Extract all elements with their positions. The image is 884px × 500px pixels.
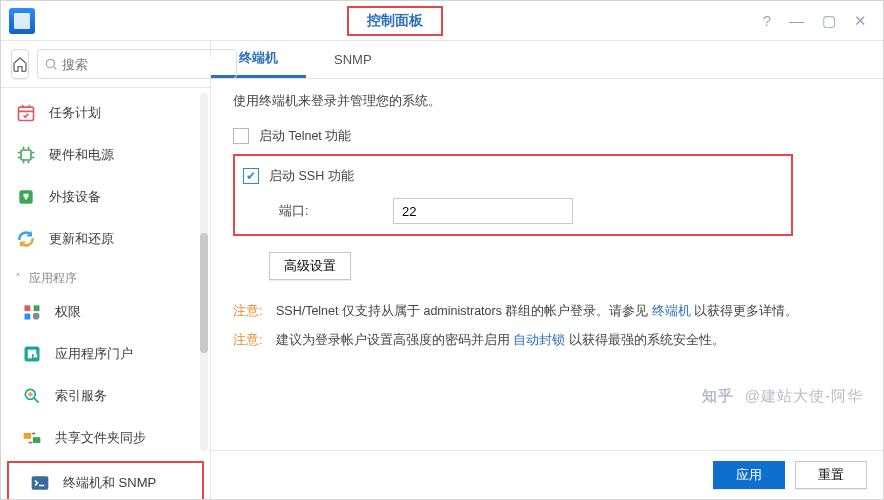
note-label: 注意: <box>233 304 262 318</box>
tab-content: 使用终端机来登录并管理您的系统。 启动 Telnet 功能 启动 SSH 功能 … <box>211 79 883 450</box>
note-1: 注意: SSH/Telnet 仅支持从属于 administrators 群组的… <box>233 300 863 323</box>
sidebar-list: 任务计划 硬件和电源 外接设备 更新和还原 ˄ 应用程序 <box>1 88 210 499</box>
sidebar-item-shared-folder-sync[interactable]: 共享文件夹同步 <box>1 417 210 459</box>
svg-rect-3 <box>21 150 31 160</box>
sidebar-item-hardware-power[interactable]: 硬件和电源 <box>1 134 210 176</box>
chip-icon <box>15 144 37 166</box>
app-icon <box>9 8 35 34</box>
ssh-group: 启动 SSH 功能 端口: <box>233 154 793 236</box>
sidebar: 任务计划 硬件和电源 外接设备 更新和还原 ˄ 应用程序 <box>1 41 211 499</box>
sidebar-scrollbar[interactable] <box>200 93 208 451</box>
note-text: 以获得最强的系统安全性。 <box>569 333 725 347</box>
home-icon <box>12 56 28 72</box>
sidebar-item-label: 外接设备 <box>49 188 101 206</box>
refresh-icon <box>15 228 37 250</box>
apply-button[interactable]: 应用 <box>713 461 785 489</box>
external-device-icon <box>15 186 37 208</box>
watermark: 知乎 @建站大使-阿华 <box>702 387 863 406</box>
sidebar-item-label: 更新和还原 <box>49 230 114 248</box>
calendar-check-icon <box>15 102 37 124</box>
sidebar-item-terminal-snmp[interactable]: 终端机和 SNMP <box>7 461 204 499</box>
telnet-row: 启动 Telnet 功能 <box>233 122 863 150</box>
footer: 应用 重置 <box>211 450 883 499</box>
sidebar-item-task-scheduler[interactable]: 任务计划 <box>1 92 210 134</box>
ssh-label: 启动 SSH 功能 <box>269 168 354 185</box>
sidebar-item-app-portal[interactable]: 应用程序门户 <box>1 333 210 375</box>
port-label: 端口: <box>279 203 379 220</box>
telnet-checkbox[interactable] <box>233 128 249 144</box>
titlebar: 控制面板 ? — ▢ ✕ <box>1 1 883 41</box>
sidebar-group-label: 应用程序 <box>29 270 77 287</box>
advanced-settings-button[interactable]: 高级设置 <box>269 252 351 280</box>
note-2: 注意: 建议为登录帐户设置高强度的密码并启用 自动封锁 以获得最强的系统安全性。 <box>233 329 863 352</box>
sidebar-item-label: 任务计划 <box>49 104 101 122</box>
note-label: 注意: <box>233 333 262 347</box>
note-text: SSH/Telnet 仅支持从属于 administrators 群组的帐户登录… <box>276 304 652 318</box>
tabs: 终端机 SNMP <box>211 41 883 79</box>
window-title: 控制面板 <box>347 6 443 36</box>
terminal-link[interactable]: 终端机 <box>652 304 691 318</box>
telnet-label: 启动 Telnet 功能 <box>259 128 351 145</box>
watermark-text: @建站大使-阿华 <box>745 387 863 404</box>
sidebar-item-label: 共享文件夹同步 <box>55 429 146 447</box>
port-row: 端口: <box>279 198 781 224</box>
maximize-icon[interactable]: ▢ <box>822 12 836 30</box>
portal-icon <box>21 343 43 365</box>
sidebar-item-indexing[interactable]: 索引服务 <box>1 375 210 417</box>
window-controls: ? — ▢ ✕ <box>747 12 883 30</box>
note-text: 建议为登录帐户设置高强度的密码并启用 <box>276 333 513 347</box>
sidebar-item-label: 应用程序门户 <box>55 345 133 363</box>
sidebar-item-label: 终端机和 SNMP <box>63 474 156 492</box>
chevron-up-icon: ˄ <box>15 272 21 286</box>
control-panel-window: 控制面板 ? — ▢ ✕ 任务计划 <box>0 0 884 500</box>
sidebar-item-update-restore[interactable]: 更新和还原 <box>1 218 210 260</box>
svg-point-8 <box>33 313 40 320</box>
terminal-icon <box>29 472 51 494</box>
main-panel: 终端机 SNMP 使用终端机来登录并管理您的系统。 启动 Telnet 功能 启… <box>211 41 883 499</box>
note-text: 以获得更多详情。 <box>694 304 798 318</box>
indexing-icon <box>21 385 43 407</box>
svg-line-11 <box>34 398 39 403</box>
sync-icon <box>21 427 43 449</box>
privileges-icon <box>21 301 43 323</box>
auto-block-link[interactable]: 自动封锁 <box>513 333 565 347</box>
sidebar-item-external-devices[interactable]: 外接设备 <box>1 176 210 218</box>
sidebar-item-label: 索引服务 <box>55 387 107 405</box>
svg-point-0 <box>46 59 54 67</box>
svg-rect-7 <box>25 314 31 320</box>
svg-rect-12 <box>24 433 32 439</box>
svg-rect-6 <box>34 305 40 311</box>
help-icon[interactable]: ? <box>763 12 771 29</box>
ssh-checkbox[interactable] <box>243 168 259 184</box>
scrollbar-thumb[interactable] <box>200 233 208 353</box>
svg-rect-2 <box>19 107 34 120</box>
search-icon <box>44 57 58 71</box>
sidebar-item-label: 权限 <box>55 303 81 321</box>
svg-line-1 <box>54 67 57 70</box>
svg-rect-5 <box>25 305 31 311</box>
watermark-brand: 知乎 <box>702 387 734 404</box>
search-field[interactable] <box>37 49 237 79</box>
ssh-row: 启动 SSH 功能 <box>243 162 781 190</box>
svg-rect-14 <box>32 476 49 489</box>
tab-snmp[interactable]: SNMP <box>306 41 400 78</box>
sidebar-group-apps[interactable]: ˄ 应用程序 <box>1 260 210 291</box>
home-button[interactable] <box>11 49 29 79</box>
content-description: 使用终端机来登录并管理您的系统。 <box>233 93 863 110</box>
close-icon[interactable]: ✕ <box>854 12 867 30</box>
sidebar-item-privileges[interactable]: 权限 <box>1 291 210 333</box>
port-input[interactable] <box>393 198 573 224</box>
svg-rect-13 <box>33 437 41 443</box>
minimize-icon[interactable]: — <box>789 12 804 29</box>
reset-button[interactable]: 重置 <box>795 461 867 489</box>
search-input[interactable] <box>62 57 230 72</box>
sidebar-item-label: 硬件和电源 <box>49 146 114 164</box>
